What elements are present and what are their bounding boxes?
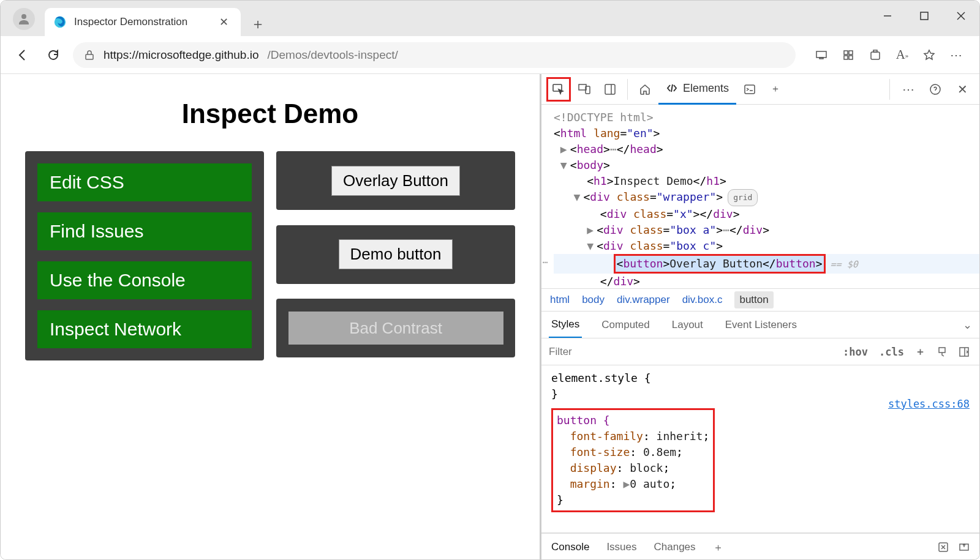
- bad-contrast-button[interactable]: Bad Contrast: [288, 312, 503, 345]
- screencast-icon[interactable]: [809, 43, 834, 67]
- svg-rect-7: [816, 51, 826, 58]
- demo-wrapper: Overlay Button Edit CSS Find Issues Use …: [25, 151, 515, 360]
- event-listeners-tab[interactable]: Event Listeners: [723, 312, 799, 338]
- maximize-button[interactable]: [906, 1, 943, 31]
- devtools-panel: Elements ＋ ⋯ ✕ <!DOCTYPE html> <html lan…: [540, 74, 979, 560]
- add-tab-icon[interactable]: ＋: [763, 77, 788, 102]
- expand-pane-icon[interactable]: ⌄: [963, 318, 972, 332]
- edge-favicon-icon: [53, 15, 67, 29]
- page-heading: Inspect Demo: [25, 99, 515, 129]
- toolbar-icons: A» ⋯: [809, 43, 968, 67]
- styles-filter-row: :hov .cls ＋: [541, 338, 979, 365]
- cls-toggle[interactable]: .cls: [876, 346, 907, 358]
- overlay-button[interactable]: Overlay Button: [331, 166, 460, 196]
- drawer-add-tab-icon[interactable]: ＋: [713, 540, 723, 554]
- svg-rect-21: [939, 348, 945, 353]
- elements-tab-label: Elements: [683, 82, 729, 95]
- computed-tab[interactable]: Computed: [599, 312, 652, 338]
- tab-close-icon[interactable]: ✕: [216, 15, 232, 29]
- crumb-boxc[interactable]: div.box.c: [682, 294, 723, 306]
- demo-button[interactable]: Demo button: [339, 239, 453, 269]
- box-demo: Demo button: [276, 225, 515, 284]
- svg-rect-22: [960, 348, 968, 356]
- svg-rect-6: [86, 54, 93, 59]
- drawer-console-tab[interactable]: Console: [551, 541, 589, 553]
- link-find-issues[interactable]: Find Issues: [37, 212, 252, 250]
- lock-icon: [84, 50, 95, 61]
- devtools-drawer: Console Issues Changes ＋: [541, 532, 979, 560]
- hov-toggle[interactable]: :hov: [840, 346, 870, 358]
- nav-toolbar: https://microsoftedge.github.io/Demos/de…: [1, 36, 979, 74]
- grid-badge[interactable]: grid: [728, 189, 758, 206]
- selected-dom-node[interactable]: ⋯ <button>Overlay Button</button>== $0: [554, 254, 979, 274]
- styles-filter-input[interactable]: [549, 346, 834, 358]
- styles-tab[interactable]: Styles: [549, 312, 582, 338]
- dock-side-icon[interactable]: [598, 77, 622, 102]
- drawer-changes-tab[interactable]: Changes: [654, 541, 696, 553]
- button-css-rule[interactable]: button { font-family: inherit; font-size…: [551, 408, 715, 512]
- dom-tree[interactable]: <!DOCTYPE html> <html lang="en"> ▶<head>…: [541, 105, 979, 288]
- svg-rect-19: [745, 85, 755, 94]
- devtools-close-icon[interactable]: ✕: [950, 77, 974, 102]
- svg-rect-17: [605, 84, 615, 94]
- more-menu-icon[interactable]: ⋯: [944, 43, 968, 67]
- profile-avatar[interactable]: [13, 8, 35, 30]
- minimize-button[interactable]: [869, 1, 906, 31]
- window-controls: [869, 1, 979, 31]
- computed-sidebar-icon[interactable]: [956, 346, 972, 357]
- browser-tab[interactable]: Inspector Demonstration ✕: [45, 8, 241, 36]
- drawer-errors-icon[interactable]: [938, 542, 949, 553]
- favorites-icon[interactable]: [917, 43, 941, 67]
- tab-title: Inspector Demonstration: [74, 16, 208, 28]
- svg-rect-12: [849, 56, 853, 59]
- new-style-rule-icon[interactable]: ＋: [913, 345, 928, 359]
- console-tab-icon[interactable]: [737, 77, 762, 102]
- svg-rect-3: [921, 12, 928, 20]
- read-aloud-icon[interactable]: A»: [890, 43, 914, 67]
- link-edit-css[interactable]: Edit CSS: [37, 163, 252, 201]
- svg-rect-15: [579, 84, 586, 90]
- page-viewport: Inspect Demo Overlay Button Edit CSS Fin…: [1, 74, 540, 560]
- devtools-help-icon[interactable]: [923, 77, 948, 102]
- styles-pane[interactable]: element.style { } styles.css:68 button {…: [541, 365, 979, 532]
- collections-icon[interactable]: [863, 43, 888, 67]
- close-window-button[interactable]: [943, 1, 979, 31]
- refresh-button[interactable]: [42, 44, 64, 66]
- url-path: /Demos/devtools-inspect/: [267, 48, 398, 62]
- paint-icon[interactable]: [934, 346, 950, 357]
- code-icon: [666, 82, 678, 94]
- styles-tabbar: Styles Computed Layout Event Listeners ⌄: [541, 312, 979, 338]
- dom-breadcrumb: html body div.wrapper div.box.c button: [541, 288, 979, 312]
- drawer-issues-tab[interactable]: Issues: [606, 541, 636, 553]
- box-overlay: Overlay Button: [276, 151, 515, 210]
- box-links: Edit CSS Find Issues Use the Console Ins…: [25, 151, 264, 360]
- drawer-expand-icon[interactable]: [959, 542, 970, 553]
- new-tab-button[interactable]: ＋: [246, 12, 270, 36]
- inspect-element-tool-icon[interactable]: [546, 77, 571, 102]
- stylesheet-source-link[interactable]: styles.css:68: [888, 396, 970, 412]
- svg-rect-10: [849, 51, 853, 54]
- extensions-icon[interactable]: [836, 43, 861, 67]
- svg-rect-11: [844, 56, 848, 59]
- url-host: https://microsoftedge.github.io: [104, 48, 258, 62]
- link-inspect-network[interactable]: Inspect Network: [37, 310, 252, 348]
- content-area: Inspect Demo Overlay Button Edit CSS Fin…: [1, 74, 979, 560]
- layout-tab[interactable]: Layout: [669, 312, 706, 338]
- link-use-console[interactable]: Use the Console: [37, 261, 252, 299]
- devtools-tabbar: Elements ＋ ⋯ ✕: [541, 74, 979, 105]
- crumb-button[interactable]: button: [734, 291, 773, 308]
- svg-point-0: [21, 14, 26, 19]
- elements-tab[interactable]: Elements: [658, 74, 736, 105]
- box-bad-contrast: Bad Contrast: [276, 299, 515, 357]
- crumb-body[interactable]: body: [582, 294, 605, 306]
- crumb-html[interactable]: html: [550, 294, 570, 306]
- welcome-tab-icon[interactable]: [633, 77, 657, 102]
- device-toolbar-icon[interactable]: [572, 77, 597, 102]
- devtools-more-icon[interactable]: ⋯: [896, 77, 921, 102]
- crumb-wrapper[interactable]: div.wrapper: [617, 294, 670, 306]
- svg-rect-13: [871, 52, 880, 59]
- svg-rect-9: [844, 51, 848, 54]
- address-bar[interactable]: https://microsoftedge.github.io/Demos/de…: [73, 42, 796, 68]
- doctype-text: <!DOCTYPE html>: [554, 111, 654, 124]
- back-button[interactable]: [12, 44, 34, 66]
